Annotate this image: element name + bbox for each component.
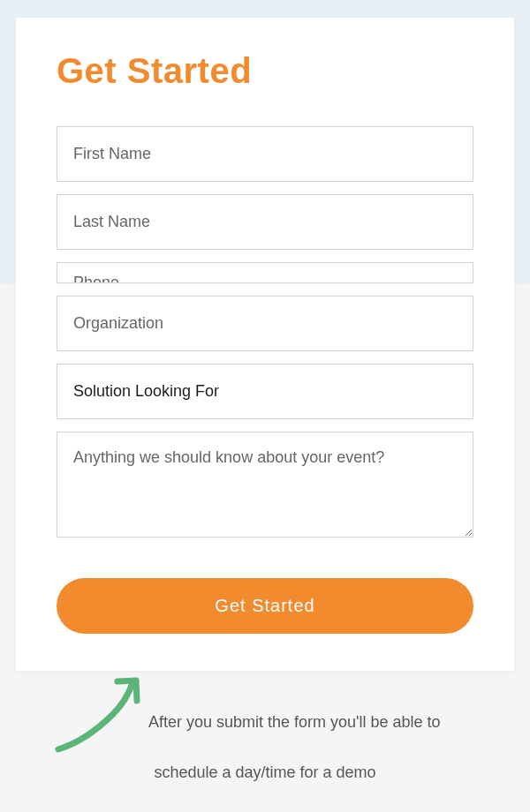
arrow-icon: [51, 674, 148, 754]
get-started-button[interactable]: Get Started: [57, 578, 473, 634]
solution-select[interactable]: Solution Looking For: [57, 364, 473, 419]
first-name-input[interactable]: [57, 126, 473, 182]
organization-input[interactable]: [57, 296, 473, 351]
solution-select-label: Solution Looking For: [73, 382, 219, 400]
form-card: Get Started Solution Looking For Get Sta…: [16, 18, 514, 671]
footer: After you submit the form you'll be able…: [0, 671, 530, 782]
phone-input[interactable]: [57, 265, 473, 283]
last-name-input[interactable]: [57, 194, 473, 250]
footer-line2: schedule a day/time for a demo: [35, 763, 495, 782]
page-title: Get Started: [57, 51, 473, 91]
notes-textarea[interactable]: [57, 432, 473, 538]
phone-input-wrap: [57, 262, 473, 283]
